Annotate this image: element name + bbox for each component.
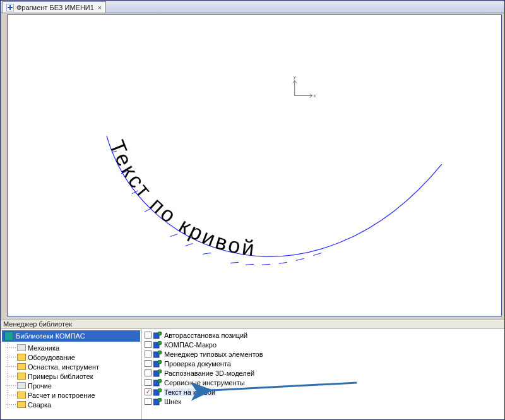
module-checkbox[interactable] [145, 398, 152, 405]
tree-connector [6, 390, 17, 400]
origin-marker: x y [293, 74, 316, 99]
axis-x-label: x [314, 93, 316, 99]
svg-point-33 [158, 398, 162, 402]
module-label: Шнек [164, 398, 181, 405]
module-item[interactable]: Сервисные инструменты [145, 378, 504, 387]
tree-connector [6, 381, 17, 390]
module-item[interactable]: Распознавание 3D-моделей [145, 368, 504, 378]
tree-item[interactable]: Оснастка, инструмент [6, 362, 141, 371]
svg-line-16 [296, 258, 304, 260]
svg-point-25 [158, 360, 162, 364]
tree-item-label: Прочие [28, 382, 52, 390]
svg-line-12 [230, 262, 239, 263]
svg-line-17 [314, 253, 322, 255]
module-item[interactable]: КОМПАС-Макро [145, 340, 504, 349]
tree-item[interactable]: Примеры библиотек [6, 371, 141, 381]
module-icon [153, 360, 162, 368]
folder-icon [17, 363, 26, 370]
tree-item[interactable]: Сварка [6, 400, 141, 409]
library-module-list: Авторасстановка позицийКОМПАС-МакроМенед… [145, 330, 504, 406]
module-checkbox[interactable] [145, 351, 152, 357]
library-manager-title: Менеджер библиотек [1, 319, 504, 329]
folder-icon [17, 373, 26, 380]
module-icon [153, 341, 162, 349]
svg-point-31 [158, 388, 162, 392]
drawing-svg: x y Текс [8, 15, 501, 316]
module-checkbox[interactable] [145, 332, 152, 339]
tree-item-label: Сварка [28, 401, 51, 409]
close-icon[interactable]: × [98, 4, 102, 11]
svg-point-19 [158, 332, 162, 335]
svg-line-13 [246, 264, 254, 265]
module-item[interactable]: Менеджер типовых элементов [145, 349, 504, 359]
folder-icon [17, 344, 26, 351]
svg-line-15 [279, 262, 287, 263]
tree-item-label: Расчет и построение [28, 392, 95, 399]
library-tree-pane: Библиотеки КОМПАС МеханикаОборудованиеОс… [1, 329, 142, 419]
tree-item-label: Примеры библиотек [28, 373, 93, 380]
svg-line-10 [185, 243, 193, 246]
tree-item-label: Механика [28, 344, 59, 352]
tree-connector [6, 400, 17, 409]
svg-point-23 [158, 351, 162, 354]
library-manager-panel: Библиотеки КОМПАС МеханикаОборудованиеОс… [1, 329, 504, 419]
folder-icon [17, 382, 26, 389]
module-checkbox[interactable] [145, 379, 152, 386]
library-tree: МеханикаОборудованиеОснастка, инструмент… [1, 343, 141, 409]
module-icon [153, 351, 162, 358]
module-label: Авторасстановка позиций [164, 332, 247, 339]
tree-item[interactable]: Расчет и построение [6, 390, 141, 400]
module-label: КОМПАС-Макро [164, 341, 217, 349]
module-label: Текст на кривой [164, 388, 215, 396]
library-list-pane: Авторасстановка позицийКОМПАС-МакроМенед… [142, 329, 504, 419]
folder-icon [17, 392, 26, 399]
module-label: Менеджер типовых элементов [164, 351, 263, 358]
module-checkbox[interactable] [145, 341, 152, 348]
tree-item[interactable]: Оборудование [6, 352, 141, 362]
svg-point-27 [158, 369, 162, 373]
module-checkbox[interactable]: ✓ [145, 388, 152, 395]
curve-text: Текст по кривой [105, 137, 258, 261]
svg-rect-2 [8, 7, 13, 8]
module-label: Проверка документа [164, 360, 231, 368]
module-checkbox[interactable] [145, 369, 152, 376]
module-label: Сервисные инструменты [164, 379, 245, 387]
module-item[interactable]: Проверка документа [145, 359, 504, 368]
folder-icon [17, 401, 26, 408]
module-checkbox[interactable] [145, 360, 152, 367]
document-tab-bar: Фрагмент БЕЗ ИМЕНИ1 × [1, 1, 504, 13]
svg-line-14 [262, 264, 270, 265]
module-label: Распознавание 3D-моделей [164, 369, 254, 377]
module-item[interactable]: Авторасстановка позиций [145, 330, 504, 340]
tree-item[interactable]: Прочие [6, 381, 141, 390]
module-icon [153, 398, 162, 405]
app-window: Фрагмент БЕЗ ИМЕНИ1 × x y [0, 0, 505, 420]
document-tab-title: Фрагмент БЕЗ ИМЕНИ1 [16, 4, 94, 11]
library-root-label: Библиотеки КОМПАС [16, 332, 85, 340]
module-item[interactable]: ✓Текст на кривой [145, 387, 504, 397]
module-icon [153, 379, 162, 387]
document-tab[interactable]: Фрагмент БЕЗ ИМЕНИ1 × [2, 1, 106, 13]
tree-connector [6, 371, 17, 381]
tree-connector [6, 352, 17, 362]
svg-line-11 [203, 253, 211, 254]
tree-connector [6, 362, 17, 371]
library-root-icon [4, 332, 13, 340]
module-icon [153, 388, 162, 396]
axis-y-label: y [294, 74, 296, 80]
module-icon [153, 369, 162, 377]
tree-item-label: Оснастка, инструмент [28, 363, 99, 371]
folder-icon [17, 354, 26, 361]
library-root[interactable]: Библиотеки КОМПАС [2, 330, 140, 342]
module-item[interactable]: Шнек [145, 397, 504, 406]
tree-item-label: Оборудование [28, 354, 75, 361]
tree-item[interactable]: Механика [6, 343, 141, 352]
tree-connector [6, 343, 17, 352]
drawing-canvas[interactable]: x y Текс [7, 15, 502, 316]
module-icon [153, 332, 162, 339]
svg-point-21 [158, 341, 162, 345]
fragment-icon [6, 4, 14, 11]
svg-point-29 [158, 379, 162, 383]
